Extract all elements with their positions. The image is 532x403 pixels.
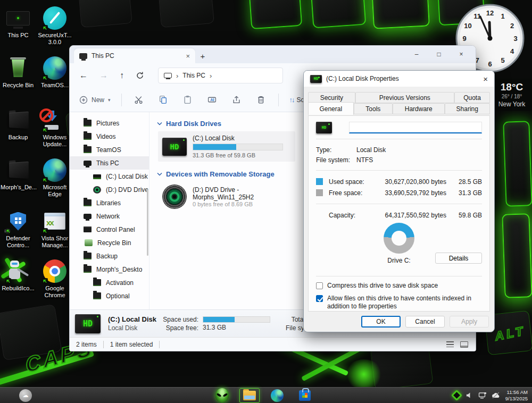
dialog-tab-rows: SecurityPrevious VersionsQuotaGeneralToo… — [304, 87, 494, 115]
drive-c-item[interactable]: HD (C:) Local Disk 31.3 GB free of 59.8 … — [158, 131, 295, 162]
sidebar-item-network[interactable]: Network — [70, 209, 149, 223]
network-icon[interactable] — [478, 392, 487, 399]
dialog-close-icon[interactable]: × — [483, 74, 488, 83]
volume-label-input[interactable] — [349, 122, 482, 133]
checkbox[interactable] — [316, 295, 323, 302]
sidebar-item--c-local-disk[interactable]: (C:) Local Disk — [70, 170, 149, 183]
dark-folder-icon — [1, 157, 36, 183]
status-separator — [103, 341, 104, 348]
folder-icon — [84, 199, 92, 206]
taskbar-date: 9/13/2025 — [505, 396, 528, 402]
desktop-icon-rebuildico-[interactable]: RebuildIco... — [1, 258, 36, 292]
weather-city: New York — [494, 100, 530, 108]
dvd-disc-icon — [162, 184, 187, 209]
sidebar-item-label: TeamOS — [96, 146, 121, 154]
checkbox-row[interactable]: Compress this drive to save disk space — [316, 282, 482, 290]
ok-button[interactable]: OK — [361, 316, 401, 328]
widgets-button[interactable]: ☁ — [19, 389, 32, 402]
desktop-icon-defender[interactable]: Defender Contro... — [1, 208, 36, 248]
tab-general[interactable]: General — [308, 102, 354, 115]
back-button[interactable]: ← — [79, 71, 88, 80]
forward-button[interactable]: → — [99, 71, 108, 80]
paste-button[interactable] — [181, 95, 194, 104]
volume-icon[interactable] — [466, 391, 473, 399]
desktop-icon-teamos-[interactable]: TeamOS... — [37, 55, 72, 89]
sidebar-item-libraries[interactable]: Libraries — [70, 196, 149, 209]
close-button[interactable]: × — [450, 46, 472, 63]
address-bar[interactable]: › This PC › — [158, 68, 283, 83]
hard-drive-icon: HD — [316, 122, 332, 133]
capacity-label: Capacity: — [329, 212, 376, 219]
tab-tools[interactable]: Tools — [354, 103, 393, 114]
desktop-icon-windows[interactable]: Windows Update... — [37, 107, 72, 147]
delete-button[interactable] — [255, 95, 268, 104]
sidebar-item-morph-s-deskto[interactable]: Morph's_Deskto — [70, 263, 149, 276]
start-button[interactable] — [212, 388, 232, 403]
list-view-icon[interactable] — [446, 341, 454, 347]
tab-sharing[interactable]: Sharing — [445, 103, 491, 114]
maximize-button[interactable]: □ — [428, 46, 450, 63]
edge-taskbar-button[interactable] — [267, 388, 287, 403]
sidebar-item-backup[interactable]: Backup — [70, 249, 149, 263]
up-button[interactable]: ↑ — [120, 71, 124, 80]
minimize-button[interactable]: – — [405, 46, 428, 63]
dark-folder-icon — [1, 107, 36, 133]
details-subtitle: Local Disk — [108, 324, 159, 332]
desktop-icon-this-pc[interactable]: This PC — [1, 5, 36, 39]
svg-text:2: 2 — [510, 22, 514, 30]
new-button[interactable]: New ▾ — [79, 96, 111, 104]
dvd-drive-item[interactable]: (D:) DVD Drive - Morphs_Win11_25H2 0 byt… — [158, 182, 295, 211]
checkbox-row[interactable]: Allow files on this drive to have conten… — [316, 295, 482, 310]
sidebar-item-videos[interactable]: Videos — [70, 130, 149, 143]
new-tab-button[interactable]: + — [195, 48, 210, 63]
breadcrumb-this-pc[interactable]: This PC — [182, 72, 205, 79]
onedrive-icon[interactable] — [492, 392, 501, 399]
free-space-swatch — [316, 189, 323, 196]
sidebar-item-teamos[interactable]: TeamOS — [70, 143, 149, 156]
explorer-tab[interactable]: This PC × — [74, 48, 195, 63]
cancel-button[interactable]: Cancel — [405, 316, 445, 328]
file-explorer-taskbar-button[interactable] — [239, 388, 260, 403]
alienware-tray-icon[interactable] — [451, 390, 462, 401]
desktop-icon-google[interactable]: Google Chrome — [37, 258, 72, 298]
sidebar-item-optional[interactable]: Optional — [70, 289, 149, 303]
sidebar-item-activation[interactable]: Activation — [70, 276, 149, 289]
window-controls: – □ × — [405, 46, 472, 63]
chevron-down-icon: ▾ — [108, 97, 111, 103]
desktop-icon-microsoft[interactable]: Microsoft Edge — [37, 157, 72, 197]
tab-hardware[interactable]: Hardware — [393, 103, 444, 114]
chevron-right-icon: › — [210, 72, 212, 80]
copy-button[interactable] — [157, 95, 170, 104]
sidebar-item-control-panel[interactable]: Control Panel — [70, 223, 149, 236]
taskbar-clock[interactable]: 11:56 AM 9/13/2025 — [505, 389, 528, 402]
apply-button[interactable]: Apply — [450, 316, 489, 328]
desktop-icon-vista-shor[interactable]: xx Vista Shor Manage... — [37, 208, 72, 248]
sidebar-item-pictures[interactable]: Pictures — [70, 116, 149, 130]
wallpaper-key — [503, 121, 532, 207]
sidebar-item-this-pc[interactable]: This PC — [70, 156, 149, 170]
desktop-icon-morph-s-de-[interactable]: Morph's_De... — [1, 157, 36, 191]
refresh-button[interactable] — [136, 71, 144, 80]
wallpaper-key — [371, 0, 430, 29]
rename-button[interactable]: A — [206, 95, 219, 104]
checkbox[interactable] — [316, 282, 323, 289]
desktop-icon-secureuxt-[interactable]: SecureUxT... 3.0.0 — [37, 5, 72, 45]
share-button[interactable] — [230, 95, 243, 104]
chevron-down-icon — [157, 122, 162, 125]
tab-quota[interactable]: Quota — [454, 92, 490, 103]
details-button[interactable]: Details — [435, 253, 482, 264]
desktop-icon-recycle-bin[interactable]: Recycle Bin — [1, 55, 36, 89]
sidebar-item-recycle-bin[interactable]: Recycle Bin — [70, 236, 149, 249]
sidebar-scrollbar[interactable] — [147, 189, 148, 256]
sidebar-item-label: This PC — [96, 159, 119, 167]
tab-close-icon[interactable]: × — [186, 52, 190, 60]
tab-previous-versions[interactable]: Previous Versions — [355, 92, 454, 103]
tab-security[interactable]: Security — [308, 92, 355, 103]
sidebar-item--d-dvd-drive[interactable]: (D:) DVD Drive — [70, 183, 149, 196]
sidebar-item-label: Pictures — [96, 120, 119, 127]
store-taskbar-button[interactable] — [295, 388, 315, 403]
cut-button[interactable] — [132, 95, 145, 104]
large-icons-view-icon[interactable] — [460, 341, 468, 348]
desktop-icon-backup[interactable]: Backup — [1, 107, 36, 141]
breadcrumb-pc-icon — [164, 73, 172, 78]
